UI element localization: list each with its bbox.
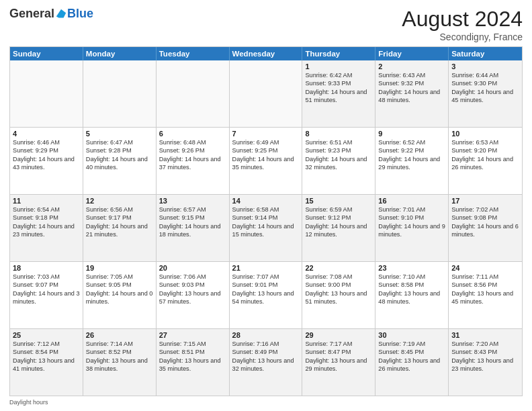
sunset-text: Sunset: 9:01 PM bbox=[232, 281, 300, 289]
daylight-text: Daylight: 13 hours and 26 minutes. bbox=[378, 357, 445, 373]
daylight-text: Daylight: 13 hours and 29 minutes. bbox=[305, 357, 372, 373]
sunset-text: Sunset: 9:32 PM bbox=[378, 79, 445, 87]
daylight-text: Daylight: 13 hours and 57 minutes. bbox=[159, 289, 226, 306]
day-number: 5 bbox=[86, 130, 153, 138]
sunset-text: Sunset: 8:43 PM bbox=[451, 348, 519, 356]
day-number: 9 bbox=[378, 130, 445, 138]
calendar-cell: 16Sunrise: 7:01 AMSunset: 9:10 PMDayligh… bbox=[375, 195, 449, 261]
daylight-text: Daylight: 13 hours and 41 minutes. bbox=[13, 357, 80, 373]
sunrise-text: Sunrise: 7:02 AM bbox=[451, 205, 519, 214]
calendar-cell: 20Sunrise: 7:06 AMSunset: 9:03 PMDayligh… bbox=[157, 262, 230, 328]
sunrise-text: Sunrise: 7:11 AM bbox=[451, 273, 519, 281]
sunset-text: Sunset: 9:07 PM bbox=[13, 281, 80, 289]
daylight-text: Daylight: 14 hours and 15 minutes. bbox=[232, 222, 300, 239]
day-number: 21 bbox=[232, 264, 300, 272]
calendar-row: 25Sunrise: 7:12 AMSunset: 8:54 PMDayligh… bbox=[10, 328, 522, 396]
day-number: 31 bbox=[451, 331, 519, 339]
sunset-text: Sunset: 8:54 PM bbox=[13, 348, 80, 356]
sunrise-text: Sunrise: 7:05 AM bbox=[86, 273, 153, 281]
calendar-body: 1Sunrise: 6:42 AMSunset: 9:33 PMDaylight… bbox=[10, 60, 522, 396]
sunrise-text: Sunrise: 7:06 AM bbox=[159, 273, 226, 281]
sunrise-text: Sunrise: 7:01 AM bbox=[378, 205, 445, 214]
daylight-text: Daylight: 13 hours and 48 minutes. bbox=[378, 289, 445, 306]
sunset-text: Sunset: 9:15 PM bbox=[159, 214, 226, 222]
calendar-cell: 12Sunrise: 6:56 AMSunset: 9:17 PMDayligh… bbox=[83, 195, 157, 261]
sunset-text: Sunset: 8:56 PM bbox=[451, 281, 519, 289]
calendar-cell: 7Sunrise: 6:49 AMSunset: 9:25 PMDaylight… bbox=[230, 128, 303, 194]
daylight-text: Daylight: 14 hours and 40 minutes. bbox=[86, 155, 153, 172]
day-number: 13 bbox=[159, 197, 226, 205]
day-of-week-tuesday: Tuesday bbox=[157, 47, 230, 60]
day-number: 3 bbox=[451, 62, 519, 71]
sunrise-text: Sunrise: 7:07 AM bbox=[232, 273, 300, 281]
daylight-text: Daylight: 14 hours and 3 minutes. bbox=[13, 289, 80, 306]
subtitle: Secondigny, France bbox=[402, 32, 523, 42]
calendar-cell: 13Sunrise: 6:57 AMSunset: 9:15 PMDayligh… bbox=[157, 195, 230, 261]
day-number: 29 bbox=[305, 331, 372, 339]
daylight-text: Daylight: 13 hours and 51 minutes. bbox=[305, 289, 372, 306]
daylight-text: Daylight: 13 hours and 45 minutes. bbox=[451, 289, 519, 306]
day-number: 19 bbox=[86, 264, 153, 272]
day-number: 1 bbox=[305, 62, 372, 71]
sunset-text: Sunset: 9:00 PM bbox=[305, 281, 372, 289]
daylight-text: Daylight: 14 hours and 6 minutes. bbox=[451, 222, 519, 239]
sunrise-text: Sunrise: 7:12 AM bbox=[13, 340, 80, 348]
day-number: 14 bbox=[232, 197, 300, 205]
logo-blue-text: Blue bbox=[67, 7, 93, 21]
day-number: 11 bbox=[13, 197, 80, 205]
sunrise-text: Sunrise: 6:42 AM bbox=[305, 71, 372, 79]
logo: General Blue bbox=[9, 7, 93, 21]
sunset-text: Sunset: 9:12 PM bbox=[305, 214, 372, 222]
daylight-text: Daylight: 14 hours and 51 minutes. bbox=[305, 88, 372, 105]
day-number: 8 bbox=[305, 130, 372, 138]
sunrise-text: Sunrise: 6:48 AM bbox=[159, 138, 226, 146]
calendar-cell: 11Sunrise: 6:54 AMSunset: 9:18 PMDayligh… bbox=[10, 195, 83, 261]
calendar-cell: 3Sunrise: 6:44 AMSunset: 9:30 PMDaylight… bbox=[449, 60, 522, 127]
day-of-week-friday: Friday bbox=[375, 47, 449, 60]
daylight-text: Daylight: 14 hours and 9 minutes. bbox=[378, 222, 445, 239]
sunset-text: Sunset: 9:26 PM bbox=[159, 146, 226, 154]
calendar-cell: 17Sunrise: 7:02 AMSunset: 9:08 PMDayligh… bbox=[449, 195, 522, 261]
daylight-text: Daylight: 14 hours and 37 minutes. bbox=[159, 155, 226, 172]
sunset-text: Sunset: 9:33 PM bbox=[305, 79, 372, 87]
day-of-week-sunday: Sunday bbox=[10, 47, 83, 60]
calendar-cell: 10Sunrise: 6:53 AMSunset: 9:20 PMDayligh… bbox=[449, 128, 522, 194]
daylight-text: Daylight: 13 hours and 23 minutes. bbox=[451, 357, 519, 373]
calendar-cell: 27Sunrise: 7:15 AMSunset: 8:51 PMDayligh… bbox=[157, 329, 230, 396]
calendar-row: 4Sunrise: 6:46 AMSunset: 9:29 PMDaylight… bbox=[10, 127, 522, 194]
daylight-text: Daylight: 14 hours and 18 minutes. bbox=[159, 222, 226, 239]
calendar-cell: 2Sunrise: 6:43 AMSunset: 9:32 PMDaylight… bbox=[375, 60, 449, 127]
day-number: 10 bbox=[451, 130, 519, 138]
calendar-cell: 28Sunrise: 7:16 AMSunset: 8:49 PMDayligh… bbox=[230, 329, 303, 396]
calendar-cell: 19Sunrise: 7:05 AMSunset: 9:05 PMDayligh… bbox=[83, 262, 157, 328]
daylight-text: Daylight: 14 hours and 26 minutes. bbox=[451, 155, 519, 172]
sunset-text: Sunset: 8:51 PM bbox=[159, 348, 226, 356]
sunset-text: Sunset: 9:03 PM bbox=[159, 281, 226, 289]
calendar-cell: 30Sunrise: 7:19 AMSunset: 8:45 PMDayligh… bbox=[375, 329, 449, 396]
day-number: 30 bbox=[378, 331, 445, 339]
sunset-text: Sunset: 9:18 PM bbox=[13, 214, 80, 222]
sunrise-text: Sunrise: 7:20 AM bbox=[451, 340, 519, 348]
daylight-text: Daylight: 14 hours and 0 minutes. bbox=[86, 289, 153, 306]
sunset-text: Sunset: 9:22 PM bbox=[378, 146, 445, 154]
sunset-text: Sunset: 9:08 PM bbox=[451, 214, 519, 222]
day-number: 28 bbox=[232, 331, 300, 339]
sunrise-text: Sunrise: 6:43 AM bbox=[378, 71, 445, 79]
sunset-text: Sunset: 9:23 PM bbox=[305, 146, 372, 154]
calendar-cell: 8Sunrise: 6:51 AMSunset: 9:23 PMDaylight… bbox=[302, 128, 375, 194]
daylight-text: Daylight: 13 hours and 32 minutes. bbox=[232, 357, 300, 373]
day-number: 15 bbox=[305, 197, 372, 205]
day-number: 7 bbox=[232, 130, 300, 138]
calendar-cell bbox=[230, 60, 303, 127]
day-number: 6 bbox=[159, 130, 226, 138]
calendar-cell bbox=[83, 60, 157, 127]
calendar-cell: 1Sunrise: 6:42 AMSunset: 9:33 PMDaylight… bbox=[302, 60, 375, 127]
calendar-row: 11Sunrise: 6:54 AMSunset: 9:18 PMDayligh… bbox=[10, 194, 522, 261]
day-number: 2 bbox=[378, 62, 445, 71]
sunset-text: Sunset: 8:52 PM bbox=[86, 348, 153, 356]
daylight-text: Daylight: 14 hours and 23 minutes. bbox=[13, 222, 80, 239]
calendar-cell: 15Sunrise: 6:59 AMSunset: 9:12 PMDayligh… bbox=[302, 195, 375, 261]
sunrise-text: Sunrise: 6:54 AM bbox=[13, 205, 80, 214]
calendar-cell: 22Sunrise: 7:08 AMSunset: 9:00 PMDayligh… bbox=[302, 262, 375, 328]
calendar-cell: 18Sunrise: 7:03 AMSunset: 9:07 PMDayligh… bbox=[10, 262, 83, 328]
